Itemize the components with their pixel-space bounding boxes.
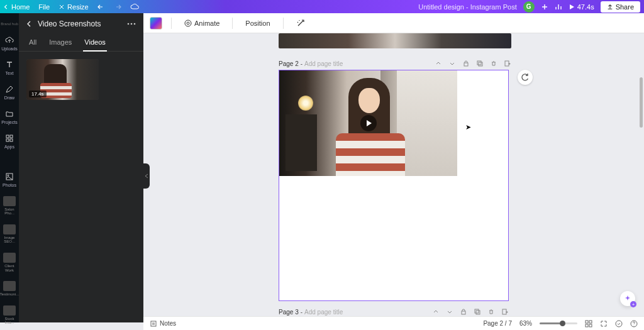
nav-folder-3[interactable]: Testimoni... bbox=[0, 281, 19, 297]
add-member-button[interactable] bbox=[541, 3, 548, 11]
svg-point-8 bbox=[128, 23, 130, 25]
cloud-sync-icon[interactable] bbox=[130, 4, 139, 10]
delete-button[interactable] bbox=[490, 60, 497, 67]
slider-knob[interactable] bbox=[560, 321, 565, 326]
tab-all[interactable]: All bbox=[28, 35, 38, 51]
share-button[interactable]: Share bbox=[601, 1, 640, 13]
page-title-input[interactable]: Add page title bbox=[304, 60, 343, 67]
video-element[interactable] bbox=[279, 70, 457, 176]
text-icon bbox=[5, 60, 14, 69]
redo-button[interactable] bbox=[114, 3, 121, 11]
animate-button[interactable]: Animate bbox=[180, 17, 223, 30]
tab-videos[interactable]: Videos bbox=[83, 35, 106, 51]
delete-button[interactable] bbox=[487, 308, 495, 316]
cloud-upload-icon bbox=[5, 36, 14, 45]
add-page-button[interactable] bbox=[501, 308, 509, 316]
color-picker-button[interactable] bbox=[150, 17, 162, 30]
grid-view-button[interactable] bbox=[585, 320, 592, 327]
lock-button[interactable] bbox=[460, 308, 467, 316]
nav-uploads[interactable]: Uploads bbox=[0, 35, 19, 51]
checkmark-button[interactable] bbox=[615, 320, 623, 327]
svg-rect-5 bbox=[10, 139, 13, 141]
vertical-scrollbar[interactable] bbox=[640, 77, 643, 128]
play-icon bbox=[367, 120, 372, 126]
svg-rect-16 bbox=[475, 309, 479, 313]
notes-button[interactable]: Notes bbox=[150, 320, 176, 327]
play-preview-button[interactable]: 47.4s bbox=[569, 3, 594, 11]
video-play-button[interactable] bbox=[360, 115, 377, 131]
folder-thumb-icon bbox=[3, 253, 16, 263]
undo-button[interactable] bbox=[97, 3, 105, 11]
page-1-partial[interactable] bbox=[279, 33, 511, 48]
collapse-panel-button[interactable] bbox=[143, 163, 150, 189]
home-label: Home bbox=[11, 3, 30, 11]
fullscreen-button[interactable] bbox=[600, 320, 608, 327]
page-2-canvas[interactable]: ➤ bbox=[279, 70, 509, 301]
canvas-area[interactable]: Page 2 - Add page title bbox=[143, 33, 644, 322]
nav-folder-2[interactable]: Client Work bbox=[0, 253, 19, 272]
upload-icon bbox=[607, 4, 613, 10]
file-menu[interactable]: File bbox=[38, 3, 50, 11]
nav-apps[interactable]: Apps bbox=[0, 133, 19, 149]
move-down-button[interactable] bbox=[446, 308, 453, 316]
page-2-header: Page 2 - Add page title bbox=[279, 60, 511, 67]
page-indicator[interactable]: Page 2 / 7 bbox=[483, 320, 512, 327]
lock-button[interactable] bbox=[462, 60, 470, 67]
edit-toolbar: Animate Position bbox=[143, 13, 644, 33]
animate-icon bbox=[184, 19, 192, 27]
svg-rect-15 bbox=[462, 311, 465, 314]
folder-thumb-icon bbox=[3, 305, 16, 316]
page-title-input[interactable]: Add page title bbox=[304, 309, 343, 316]
nav-photos[interactable]: Photos bbox=[0, 172, 19, 187]
duplicate-button[interactable] bbox=[474, 308, 481, 316]
header-left: Home File Resize bbox=[4, 3, 139, 11]
folder-thumb-icon bbox=[3, 224, 16, 234]
add-page-button[interactable] bbox=[504, 60, 511, 67]
panel-tabs: All Images Videos bbox=[19, 35, 143, 52]
svg-rect-18 bbox=[502, 309, 506, 314]
zoom-level[interactable]: 63% bbox=[519, 320, 532, 327]
move-down-button[interactable] bbox=[448, 60, 456, 67]
position-button[interactable]: Position bbox=[242, 17, 274, 30]
nav-rail: Brand hub Uploads Text Draw Projects App… bbox=[0, 13, 19, 322]
panel-more-button[interactable] bbox=[127, 23, 136, 25]
nav-folder-0[interactable]: Salon Pho... bbox=[0, 196, 19, 216]
nav-draw[interactable]: Draw bbox=[0, 84, 19, 100]
panel-back-button[interactable] bbox=[26, 21, 33, 27]
page-3-header: Page 3 - Add page title bbox=[279, 308, 509, 316]
svg-rect-20 bbox=[586, 321, 588, 323]
status-bar: Notes Page 2 / 7 63% bbox=[143, 316, 644, 330]
regenerate-button[interactable] bbox=[518, 70, 533, 85]
thumbnail-duration: 17.4s bbox=[29, 91, 47, 97]
duplicate-button[interactable] bbox=[476, 60, 484, 67]
effects-button[interactable] bbox=[292, 16, 309, 30]
video-thumbnail[interactable]: 17.4s bbox=[26, 59, 99, 100]
notes-icon bbox=[150, 320, 157, 327]
help-button[interactable] bbox=[630, 320, 638, 327]
svg-rect-12 bbox=[477, 61, 481, 65]
magic-assistant-button[interactable]: + bbox=[620, 291, 635, 306]
back-home-button[interactable]: Home bbox=[4, 3, 30, 11]
nav-text[interactable]: Text bbox=[0, 60, 19, 75]
move-up-button[interactable] bbox=[432, 308, 440, 316]
svg-rect-22 bbox=[586, 324, 588, 327]
resize-button[interactable]: Resize bbox=[58, 3, 89, 11]
zoom-slider[interactable] bbox=[540, 322, 577, 324]
nav-folder-1[interactable]: Image SEO... bbox=[0, 224, 19, 244]
nav-brand-hub[interactable]: Brand hub bbox=[1, 22, 18, 26]
nav-folder-4[interactable]: Stock Ima... bbox=[0, 305, 19, 325]
svg-rect-4 bbox=[6, 139, 9, 141]
document-title[interactable]: Untitled design - Instagram Post bbox=[418, 3, 517, 11]
play-icon bbox=[569, 4, 575, 10]
folder-icon bbox=[5, 109, 14, 118]
panel-body: 17.4s bbox=[19, 52, 143, 107]
pencil-icon bbox=[5, 85, 14, 94]
tab-images[interactable]: Images bbox=[48, 35, 73, 51]
svg-rect-3 bbox=[10, 135, 13, 138]
avatar[interactable]: G bbox=[523, 1, 535, 13]
move-up-button[interactable] bbox=[435, 60, 442, 67]
svg-point-9 bbox=[131, 23, 133, 25]
svg-rect-11 bbox=[464, 63, 468, 66]
analytics-button[interactable] bbox=[555, 3, 562, 11]
nav-projects[interactable]: Projects bbox=[0, 109, 19, 124]
